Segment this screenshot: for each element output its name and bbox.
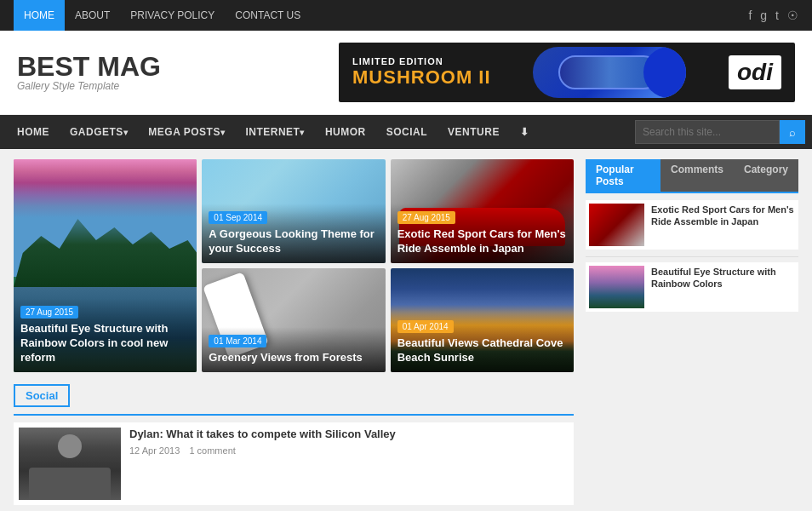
- featured-top-right-card[interactable]: 27 Aug 2015 Exotic Red Sport Cars for Me…: [391, 159, 574, 263]
- mainnav-download[interactable]: ⬇: [510, 115, 540, 149]
- top-right-date: 27 Aug 2015: [397, 211, 455, 224]
- header: BEST MAG Gallery Style Template LIMITED …: [0, 31, 812, 115]
- popular-item-1[interactable]: Exotic Red Sport Cars for Men's Ride Ass…: [586, 200, 798, 250]
- top-mid-title: A Gorgeous Looking Theme for your Succes…: [209, 227, 378, 256]
- bot-mid-date: 01 Mar 2014: [209, 335, 266, 347]
- social-section-header: Social: [14, 384, 70, 407]
- bot-mid-title: Greenery Views from Forests: [209, 351, 378, 365]
- top-social: f g t ☉: [748, 9, 798, 22]
- googleplus-icon[interactable]: g: [760, 9, 767, 22]
- mainnav-social[interactable]: SOCIAL: [376, 115, 437, 149]
- content-area: 27 Aug 2015 Beautiful Eye Structure with…: [0, 149, 812, 511]
- facebook-icon[interactable]: f: [748, 9, 752, 22]
- search-input[interactable]: [635, 120, 780, 144]
- bot-right-title: Beautiful Views Cathedral Cove Beach Sun…: [397, 336, 567, 365]
- search-area: ⌕: [635, 120, 805, 144]
- main-content: 27 Aug 2015 Beautiful Eye Structure with…: [14, 159, 574, 511]
- logo-title: BEST MAG: [17, 53, 161, 80]
- main-card-date: 27 Aug 2015: [20, 306, 78, 319]
- top-right-title: Exotic Red Sport Cars for Men's Ride Ass…: [397, 227, 567, 256]
- banner-brand-logo: odi: [729, 55, 781, 89]
- mainnav-venture[interactable]: VENTURE: [437, 115, 510, 149]
- popular-title-1: Exotic Red Sport Cars for Men's Ride Ass…: [651, 204, 795, 228]
- card-overlay: 27 Aug 2015 Beautiful Eye Structure with…: [14, 298, 197, 372]
- tab-category[interactable]: Category: [734, 159, 798, 192]
- popular-thumb-2: [589, 266, 644, 308]
- post-1-title: Dylan: What it takes to compete with Sil…: [129, 428, 569, 442]
- post-1-comments: 1 comment: [189, 445, 235, 456]
- logo-area: BEST MAG Gallery Style Template: [17, 53, 161, 92]
- tab-popular[interactable]: Popular Posts: [586, 159, 660, 192]
- topnav-privacy[interactable]: PRIVACY POLICY: [120, 0, 225, 31]
- featured-top-mid-card[interactable]: 01 Sep 2014 A Gorgeous Looking Theme for…: [202, 159, 385, 263]
- popular-thumb-1: [589, 204, 644, 246]
- popular-tabs: Popular Posts Comments Category: [586, 159, 798, 193]
- post-1-info: Dylan: What it takes to compete with Sil…: [129, 428, 569, 456]
- logo-subtitle: Gallery Style Template: [17, 80, 161, 92]
- topnav-home[interactable]: HOME: [14, 0, 65, 31]
- featured-main-card[interactable]: 27 Aug 2015 Beautiful Eye Structure with…: [14, 159, 197, 372]
- bot-mid-overlay: 01 Mar 2014 Greenery Views from Forests: [202, 327, 385, 372]
- post-1-meta: 12 Apr 2013 1 comment: [129, 445, 569, 456]
- featured-grid: 27 Aug 2015 Beautiful Eye Structure with…: [14, 159, 574, 372]
- main-card-title: Beautiful Eye Structure with Rainbow Col…: [20, 322, 190, 365]
- bot-right-overlay: 01 Apr 2014 Beautiful Views Cathedral Co…: [391, 313, 574, 372]
- section-divider: [14, 414, 574, 416]
- sidebar-divider: [586, 256, 798, 257]
- popular-mountain-image: [589, 266, 644, 308]
- top-mid-date: 01 Sep 2014: [209, 211, 267, 224]
- mainnav-megaposts[interactable]: MEGA POSTS: [138, 115, 235, 149]
- top-right-overlay: 27 Aug 2015 Exotic Red Sport Cars for Me…: [391, 204, 574, 263]
- popular-info-2: Beautiful Eye Structure with Rainbow Col…: [651, 266, 795, 308]
- topnav-about[interactable]: ABOUT: [65, 0, 120, 31]
- featured-bot-right-card[interactable]: 01 Apr 2014 Beautiful Views Cathedral Co…: [391, 268, 574, 372]
- popular-item-2[interactable]: Beautiful Eye Structure with Rainbow Col…: [586, 262, 798, 312]
- banner-product-text: MUSHROOM II: [352, 66, 491, 89]
- top-bar: HOME ABOUT PRIVACY POLICY CONTACT US f g…: [0, 0, 812, 31]
- mainnav-home[interactable]: HOME: [7, 115, 60, 149]
- banner-ad[interactable]: LIMITED EDITION MUSHROOM II odi: [339, 43, 795, 102]
- bot-right-date: 01 Apr 2014: [397, 320, 454, 333]
- rss-icon[interactable]: ☉: [787, 9, 798, 22]
- popular-title-2: Beautiful Eye Structure with Rainbow Col…: [651, 266, 795, 290]
- social-section: Social Dylan: What it takes to compete w…: [14, 384, 574, 511]
- main-nav: HOME GADGETS MEGA POSTS INTERNET HUMOR S…: [0, 115, 812, 149]
- topnav-contact[interactable]: CONTACT US: [225, 0, 311, 31]
- post-1-image: [19, 428, 121, 500]
- grip-handle: [558, 55, 660, 89]
- sidebar-right: Popular Posts Comments Category Exotic R…: [586, 159, 798, 511]
- banner-grip-image: [533, 47, 686, 98]
- social-post-1[interactable]: Dylan: What it takes to compete with Sil…: [14, 422, 574, 505]
- mainnav-humor[interactable]: HUMOR: [315, 115, 376, 149]
- post-1-date: 12 Apr 2013: [129, 445, 180, 456]
- mainnav-internet[interactable]: INTERNET: [235, 115, 315, 149]
- popular-info-1: Exotic Red Sport Cars for Men's Ride Ass…: [651, 204, 795, 246]
- banner-text: LIMITED EDITION MUSHROOM II: [352, 56, 491, 89]
- twitter-icon[interactable]: t: [775, 9, 779, 22]
- top-nav: HOME ABOUT PRIVACY POLICY CONTACT US: [14, 0, 311, 31]
- search-button[interactable]: ⌕: [780, 120, 805, 144]
- banner-limited-text: LIMITED EDITION: [352, 56, 491, 66]
- mainnav-gadgets[interactable]: GADGETS: [60, 115, 138, 149]
- featured-bot-mid-card[interactable]: 01 Mar 2014 Greenery Views from Forests: [202, 268, 385, 372]
- tab-comments[interactable]: Comments: [660, 159, 734, 192]
- person-image: [19, 428, 121, 500]
- popular-car-image: [589, 204, 644, 246]
- top-mid-overlay: 01 Sep 2014 A Gorgeous Looking Theme for…: [202, 204, 385, 263]
